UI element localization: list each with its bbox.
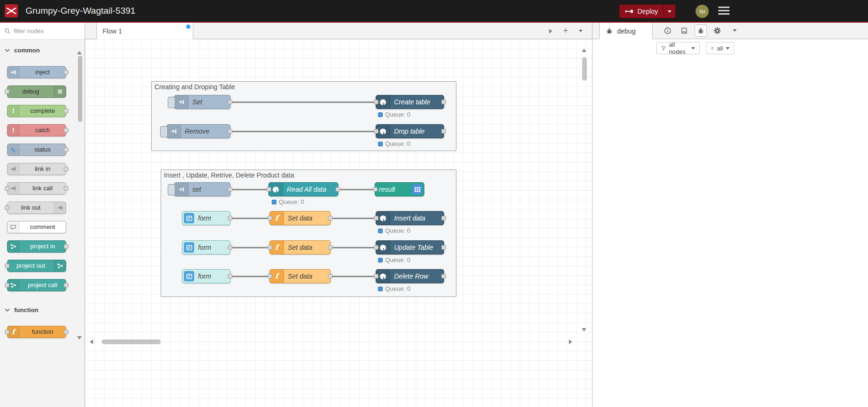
- input-port[interactable]: [374, 245, 378, 250]
- wire[interactable]: [331, 218, 376, 219]
- wire[interactable]: [331, 276, 376, 277]
- output-port[interactable]: [64, 70, 69, 75]
- output-port[interactable]: [64, 128, 69, 133]
- palette-node-debug[interactable]: debug: [7, 85, 66, 98]
- wire[interactable]: [231, 218, 269, 219]
- wire[interactable]: [231, 276, 269, 277]
- node-drop-table[interactable]: Drop table: [376, 124, 444, 138]
- node-set-data-3[interactable]: f Set data: [269, 269, 331, 283]
- output-port[interactable]: [64, 283, 69, 288]
- debug-clear-button[interactable]: all: [706, 42, 734, 54]
- input-port[interactable]: [5, 89, 9, 94]
- canvas-scroll-up[interactable]: [582, 49, 586, 52]
- output-port[interactable]: [441, 274, 446, 279]
- output-port[interactable]: [64, 330, 69, 334]
- node-form-3[interactable]: form: [182, 269, 231, 283]
- inject-trigger-button[interactable]: [168, 184, 175, 195]
- input-port[interactable]: [5, 330, 9, 334]
- palette-node-link-call[interactable]: link call: [7, 182, 66, 195]
- input-port[interactable]: [267, 245, 272, 250]
- flow-canvas[interactable]: Creating and Droping Table Insert , Upda…: [85, 39, 592, 407]
- node-insert-data[interactable]: Insert data: [376, 211, 444, 225]
- palette-node-complete[interactable]: ! complete: [7, 105, 66, 117]
- canvas-vertical-scrollbar-thumb[interactable]: [582, 57, 587, 81]
- output-port[interactable]: [64, 167, 69, 171]
- palette-search[interactable]: [0, 23, 85, 40]
- output-port[interactable]: [228, 274, 232, 279]
- output-port[interactable]: [228, 100, 232, 104]
- input-port[interactable]: [374, 216, 378, 220]
- tab-flow-1[interactable]: Flow 1: [96, 23, 193, 39]
- debug-messages-panel[interactable]: [593, 57, 868, 407]
- output-port[interactable]: [335, 187, 340, 192]
- wire[interactable]: [338, 189, 375, 190]
- input-port[interactable]: [267, 274, 272, 279]
- canvas-horizontal-scrollbar-thumb[interactable]: [102, 339, 161, 344]
- palette-node-link-out[interactable]: link out: [7, 202, 66, 214]
- node-read-all-data[interactable]: Read All data: [268, 182, 338, 196]
- wire[interactable]: [231, 247, 269, 248]
- palette-node-comment[interactable]: comment: [7, 221, 66, 233]
- tab-scroll-right-button[interactable]: [544, 25, 557, 38]
- palette-filter-input[interactable]: [14, 27, 75, 34]
- inject-trigger-button[interactable]: [168, 97, 175, 108]
- canvas-scroll-left[interactable]: [90, 339, 93, 344]
- input-port[interactable]: [5, 186, 9, 191]
- node-create-table[interactable]: Create table: [376, 95, 444, 109]
- node-inject-remove[interactable]: Remove: [166, 124, 231, 138]
- output-port[interactable]: [441, 216, 446, 220]
- deploy-options-button[interactable]: [663, 5, 675, 18]
- main-menu-button[interactable]: [718, 7, 730, 17]
- output-port[interactable]: [64, 109, 69, 113]
- palette-scrollbar-thumb[interactable]: [78, 56, 82, 122]
- node-set-data-1[interactable]: f Set data: [269, 211, 331, 225]
- input-port[interactable]: [374, 100, 378, 104]
- group-creating-dropping-table[interactable]: Creating and Droping Table: [151, 81, 456, 151]
- input-port[interactable]: [374, 129, 378, 134]
- palette-scroll-up[interactable]: [77, 51, 82, 54]
- wire[interactable]: [331, 247, 376, 248]
- node-inject-set-lower[interactable]: set: [174, 182, 231, 196]
- sidebar-menu-caret[interactable]: [733, 29, 737, 32]
- canvas-scroll-down[interactable]: [582, 328, 586, 331]
- node-form-1[interactable]: form: [182, 211, 231, 225]
- wire[interactable]: [231, 189, 268, 190]
- info-tab-button[interactable]: [662, 25, 674, 37]
- node-inject-set[interactable]: Set: [174, 95, 231, 109]
- palette-node-link-in[interactable]: link in: [7, 163, 66, 175]
- input-port[interactable]: [266, 187, 271, 192]
- deploy-button-main[interactable]: Deploy: [619, 5, 663, 18]
- flow-list-button[interactable]: [574, 25, 587, 38]
- input-port[interactable]: [267, 216, 272, 220]
- debug-tab-button[interactable]: [695, 25, 707, 37]
- canvas-scroll-right[interactable]: [569, 339, 572, 344]
- node-delete-row[interactable]: Delete Row: [376, 269, 444, 283]
- output-port[interactable]: [64, 186, 69, 191]
- input-port[interactable]: [5, 205, 9, 210]
- node-set-data-2[interactable]: f Set data: [269, 240, 331, 254]
- deploy-button[interactable]: Deploy: [619, 4, 676, 18]
- output-port[interactable]: [228, 187, 232, 192]
- add-flow-button[interactable]: +: [559, 25, 572, 38]
- palette-node-project-call[interactable]: project call: [7, 279, 66, 291]
- output-port[interactable]: [228, 216, 232, 220]
- output-port[interactable]: [64, 147, 69, 152]
- output-port[interactable]: [328, 216, 333, 220]
- output-port[interactable]: [441, 100, 446, 104]
- input-port[interactable]: [5, 283, 9, 288]
- output-port[interactable]: [328, 245, 333, 250]
- input-port[interactable]: [373, 187, 378, 192]
- palette-category-common[interactable]: common: [0, 42, 85, 59]
- palette-category-function[interactable]: function: [0, 301, 85, 318]
- output-port[interactable]: [441, 129, 446, 134]
- input-port[interactable]: [374, 274, 378, 279]
- help-tab-button[interactable]: [678, 25, 690, 37]
- palette-node-function[interactable]: f function: [7, 326, 66, 338]
- node-result[interactable]: result: [375, 182, 424, 196]
- output-port[interactable]: [64, 244, 69, 249]
- output-port[interactable]: [441, 245, 446, 250]
- wire[interactable]: [231, 131, 376, 132]
- palette-scroll-down[interactable]: [77, 336, 82, 339]
- debug-filter-button[interactable]: all nodes: [656, 42, 700, 54]
- config-tab-button[interactable]: [711, 25, 723, 37]
